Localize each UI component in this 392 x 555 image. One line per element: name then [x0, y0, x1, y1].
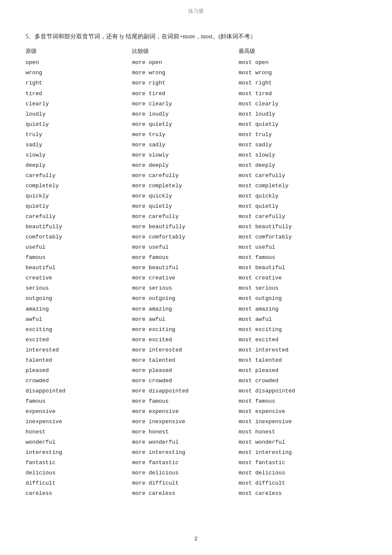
base-form: honest — [26, 427, 132, 437]
comparative-form: more comfortably — [132, 232, 239, 242]
base-form: difficult — [26, 478, 132, 488]
table-row: difficultmore difficultmost difficult — [26, 478, 366, 488]
base-form: famous — [26, 253, 132, 263]
base-form: beautifully — [26, 222, 132, 232]
superlative-form: most quietly — [239, 201, 345, 212]
superlative-form: most fantastic — [239, 458, 345, 468]
superlative-form: most right — [239, 78, 345, 88]
table-row: wonderfulmore wonderfulmost wonderful — [26, 437, 366, 447]
base-form: pleased — [26, 366, 132, 376]
base-form: useful — [26, 242, 132, 253]
header-text: 练习册 — [188, 9, 204, 15]
comparative-form: more fantastic — [132, 458, 239, 468]
superlative-form: most loudly — [239, 109, 345, 119]
comparative-form: more sadly — [132, 140, 239, 150]
table-row: quietlymore quietlymost quietly — [26, 119, 366, 130]
comparative-form: more wonderful — [132, 437, 239, 447]
base-form: awful — [26, 314, 132, 325]
comparative-form: more wrong — [132, 68, 239, 78]
superlative-form: most tired — [239, 89, 345, 99]
superlative-form: most difficult — [239, 478, 345, 488]
superlative-form: most carefully — [239, 212, 345, 222]
base-form: slowly — [26, 150, 132, 160]
superlative-form: most serious — [239, 283, 345, 293]
table-row: carefullymore carefullymost carefully — [26, 171, 366, 181]
superlative-form: most useful — [239, 242, 345, 253]
base-form: quietly — [26, 119, 132, 130]
table-row: interestingmore interestingmost interest… — [26, 447, 366, 458]
comparative-form: more pleased — [132, 366, 239, 376]
page-header: 练习册 — [0, 0, 392, 19]
word-table: openmore openmost openwrongmore wrongmos… — [26, 58, 366, 499]
superlative-form: most sadly — [239, 140, 345, 150]
page-number: 2 — [194, 536, 198, 542]
comparative-form: more truly — [132, 130, 239, 140]
superlative-form: most exciting — [239, 325, 345, 335]
superlative-form: most talented — [239, 355, 345, 366]
superlative-form: most famous — [239, 396, 345, 407]
base-form: creative — [26, 273, 132, 283]
comparative-form: more completely — [132, 181, 239, 191]
comparative-form: more creative — [132, 273, 239, 283]
comparative-form: more difficult — [132, 478, 239, 488]
base-form: carefully — [26, 171, 132, 181]
base-form: interested — [26, 345, 132, 355]
table-row: famousmore famousmost famous — [26, 396, 366, 407]
comparative-form: more interested — [132, 345, 239, 355]
base-form: disappointed — [26, 386, 132, 396]
base-form: wonderful — [26, 437, 132, 447]
table-row: tiredmore tiredmost tired — [26, 89, 366, 99]
base-form: right — [26, 78, 132, 88]
base-form: expensive — [26, 407, 132, 417]
table-row: rightmore rightmost right — [26, 78, 366, 88]
comparative-form: more delicious — [132, 468, 239, 478]
superlative-form: most clearly — [239, 99, 345, 109]
comparative-form: more loudly — [132, 109, 239, 119]
table-row: usefulmore usefulmost useful — [26, 242, 366, 253]
comparative-form: more exciting — [132, 325, 239, 335]
base-form: carefully — [26, 212, 132, 222]
table-row: honestmore honestmost honest — [26, 427, 366, 437]
table-row: excitedmore excitedmost excited — [26, 335, 366, 345]
table-row: excitingmore excitingmost exciting — [26, 325, 366, 335]
base-form: loudly — [26, 109, 132, 119]
main-content: 5、多音节词和部分双音节词，还有 ly 结尾的副词，在词前+more，most。… — [0, 19, 392, 524]
base-form: truly — [26, 130, 132, 140]
superlative-form: most creative — [239, 273, 345, 283]
comparative-form: more disappointed — [132, 386, 239, 396]
col2-header: 比较级 — [132, 47, 239, 55]
superlative-form: most carefully — [239, 171, 345, 181]
superlative-form: most expensive — [239, 407, 345, 417]
base-form: clearly — [26, 99, 132, 109]
base-form: careless — [26, 488, 132, 499]
base-form: excited — [26, 335, 132, 345]
base-form: interesting — [26, 447, 132, 458]
table-row: famousmore famousmost famous — [26, 253, 366, 263]
comparative-form: more quietly — [132, 119, 239, 130]
table-row: expensivemore expensivemost expensive — [26, 407, 366, 417]
base-form: deeply — [26, 160, 132, 171]
base-form: exciting — [26, 325, 132, 335]
superlative-form: most crowded — [239, 376, 345, 386]
table-row: interestedmore interestedmost interested — [26, 345, 366, 355]
superlative-form: most amazing — [239, 304, 345, 314]
base-form: amazing — [26, 304, 132, 314]
table-row: outgoingmore outgoingmost outgoing — [26, 293, 366, 304]
base-form: wrong — [26, 68, 132, 78]
superlative-form: most pleased — [239, 366, 345, 376]
table-row: disappointedmore disappointedmost disapp… — [26, 386, 366, 396]
superlative-form: most open — [239, 58, 345, 68]
superlative-form: most beautifully — [239, 222, 345, 232]
base-form: quietly — [26, 201, 132, 212]
superlative-form: most slowly — [239, 150, 345, 160]
superlative-form: most comfortably — [239, 232, 345, 242]
comparative-form: more famous — [132, 396, 239, 407]
superlative-form: most deeply — [239, 160, 345, 171]
base-form: quickly — [26, 191, 132, 201]
superlative-form: most quietly — [239, 119, 345, 130]
superlative-form: most completely — [239, 181, 345, 191]
col3-header: 最高级 — [239, 47, 345, 55]
section-title: 5、多音节词和部分双音节词，还有 ly 结尾的副词，在词前+more，most。… — [26, 32, 366, 41]
comparative-form: more clearly — [132, 99, 239, 109]
table-row: creativemore creativemost creative — [26, 273, 366, 283]
